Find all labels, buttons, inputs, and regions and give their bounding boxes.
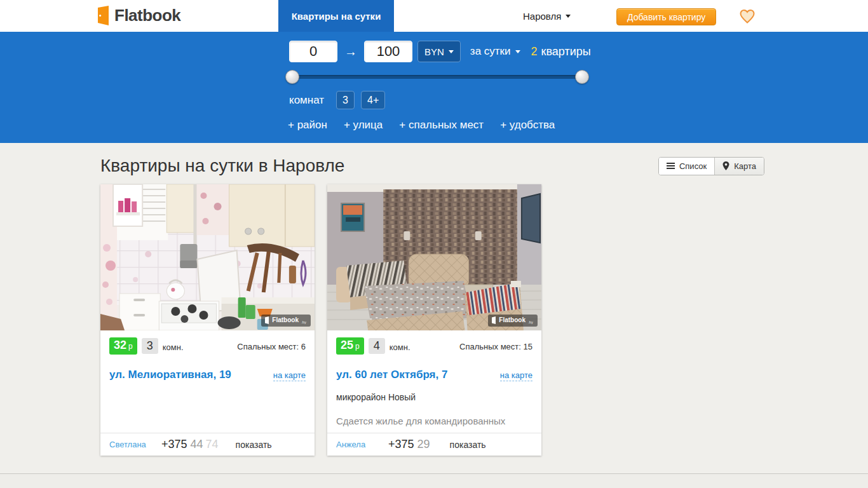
results-area: Квартиры на сутки в Наровле Список Карта — [0, 143, 868, 473]
map-link[interactable]: на карте — [273, 370, 306, 381]
heart-icon — [739, 9, 756, 24]
price-badge: 25р — [336, 337, 364, 355]
results-count: 2квартиры — [531, 45, 591, 58]
apartment-photo[interactable]: Flatbook .by — [327, 184, 541, 330]
phone-number: +37529 — [388, 438, 433, 451]
apartment-card: Flatbook .by 32р 3 комн. Спальных мест: … — [100, 184, 315, 456]
rooms-badge: 4 — [369, 338, 385, 354]
photo-watermark: Flatbook .by — [488, 315, 538, 327]
rooms-option-4plus[interactable]: 4+ — [361, 91, 385, 109]
slider-handle-min[interactable] — [285, 70, 299, 84]
chevron-down-icon — [449, 50, 454, 53]
chevron-down-icon — [515, 50, 520, 53]
rooms-badge: 3 — [142, 338, 158, 354]
card-body: 25р 4 комн. Спальных мест: 15 ул. 60 лет… — [327, 330, 541, 433]
view-list-button[interactable]: Список — [659, 158, 714, 175]
results-number: 2 — [531, 45, 538, 58]
period-dropdown[interactable]: за сутки — [470, 45, 520, 58]
kitchen-photo-illustration — [100, 184, 315, 330]
price-range-slider[interactable] — [289, 70, 585, 84]
card-footer: Анжела +37529 показать — [327, 433, 541, 456]
results-noun: квартиры — [541, 45, 591, 58]
price-filter-row: → BYN за сутки 2квартиры — [289, 41, 591, 62]
contact-name-link[interactable]: Светлана — [109, 440, 161, 449]
door-icon — [264, 316, 269, 324]
rooms-suffix: комн. — [390, 342, 410, 352]
address-row: ул. Мелиоративная, 19 на карте — [109, 369, 306, 381]
filter-amenities-link[interactable]: + удобства — [500, 119, 555, 132]
filter-controls: → BYN за сутки 2квартиры комнат 3 4+ — [283, 32, 601, 143]
price-value: 25 — [341, 339, 353, 351]
filter-district-link[interactable]: + район — [288, 119, 327, 132]
bedroom-photo-illustration — [327, 184, 541, 330]
arrow-right-icon: → — [344, 44, 357, 59]
rooms-label: комнат — [289, 94, 324, 107]
view-map-label: Карта — [734, 161, 756, 171]
rooms-option-3[interactable]: 3 — [336, 91, 355, 109]
phone-number: +3754474 — [161, 438, 219, 451]
map-pin-icon — [722, 161, 729, 170]
watermark-text: Flatbook — [499, 317, 526, 323]
door-icon — [491, 316, 496, 324]
beds-count: Спальных мест: 15 — [459, 342, 532, 351]
phone-mid: 29 — [417, 438, 430, 451]
photo-watermark: Flatbook .by — [261, 315, 311, 327]
beds-value: 15 — [524, 342, 532, 351]
rooms-suffix: комн. — [163, 342, 184, 352]
phone-prefix: +375 — [161, 438, 187, 451]
address-link[interactable]: ул. Мелиоративная, 19 — [109, 369, 231, 381]
district-label: микрорайон Новый — [336, 392, 532, 402]
filter-street-link[interactable]: + улица — [344, 119, 383, 132]
phone-mid: 44 — [191, 438, 203, 451]
page-footer — [0, 473, 868, 488]
show-phone-link[interactable]: показать — [236, 440, 272, 450]
filter-panel: → BYN за сутки 2квартиры комнат 3 4+ — [0, 32, 868, 143]
currency-dropdown[interactable]: BYN — [417, 41, 461, 62]
beds-count: Спальных мест: 6 — [237, 342, 306, 351]
favorites-button[interactable] — [739, 9, 756, 27]
chevron-down-icon — [566, 15, 571, 18]
price-min-input[interactable] — [289, 41, 337, 62]
slider-handle-max[interactable] — [575, 70, 589, 84]
price-value: 32 — [114, 339, 126, 351]
beds-label: Спальных мест: — [237, 342, 299, 351]
price-badge: 32р — [109, 337, 137, 355]
tab-daily-apartments[interactable]: Квартиры на сутки — [278, 0, 394, 32]
card-body: 32р 3 комн. Спальных мест: 6 ул. Мелиора… — [100, 330, 315, 433]
price-unit: р — [128, 342, 133, 351]
show-phone-link[interactable]: показать — [450, 440, 486, 450]
beds-label: Спальных мест: — [459, 342, 521, 351]
address-row: ул. 60 лет Октября, 7 на карте — [336, 369, 532, 381]
city-label: Наровля — [523, 11, 561, 22]
map-link[interactable]: на карте — [500, 370, 532, 381]
phone-fade: 74 — [206, 438, 219, 451]
rooms-filter-row: комнат 3 4+ — [289, 91, 391, 109]
badge-row: 32р 3 комн. Спальных мест: 6 — [109, 337, 306, 355]
listing-description: Сдается жилье для командированных — [336, 416, 532, 426]
view-map-button[interactable]: Карта — [714, 158, 764, 175]
view-toggle: Список Карта — [658, 157, 764, 175]
card-footer: Светлана +3754474 показать — [100, 433, 315, 456]
watermark-suffix: .by — [528, 320, 533, 324]
brand-name: Flatbook — [114, 6, 180, 25]
price-max-input[interactable] — [364, 41, 412, 62]
top-navbar: Flatbook Квартиры на сутки Наровля Добав… — [0, 0, 868, 32]
contact-name-link[interactable]: Анжела — [336, 440, 388, 449]
page-title: Квартиры на сутки в Наровле — [100, 156, 344, 176]
phone-prefix: +375 — [388, 438, 414, 451]
door-icon — [97, 5, 110, 26]
filter-beds-link[interactable]: + спальных мест — [399, 119, 484, 132]
extra-filters-row: + район + улица + спальных мест + удобст… — [288, 119, 555, 132]
address-link[interactable]: ул. 60 лет Октября, 7 — [336, 369, 447, 381]
period-label: за сутки — [470, 45, 511, 58]
list-icon — [667, 161, 675, 170]
beds-value: 6 — [301, 342, 306, 351]
content-header: Квартиры на сутки в Наровле Список Карта — [100, 156, 764, 176]
apartment-photo[interactable]: Flatbook .by — [100, 184, 315, 330]
badge-row: 25р 4 комн. Спальных мест: 15 — [336, 337, 532, 355]
city-selector[interactable]: Наровля — [523, 0, 571, 32]
watermark-text: Flatbook — [272, 317, 299, 323]
add-apartment-button[interactable]: Добавить квартиру — [616, 8, 716, 25]
brand-logo[interactable]: Flatbook — [97, 5, 180, 26]
price-unit: р — [355, 342, 360, 351]
